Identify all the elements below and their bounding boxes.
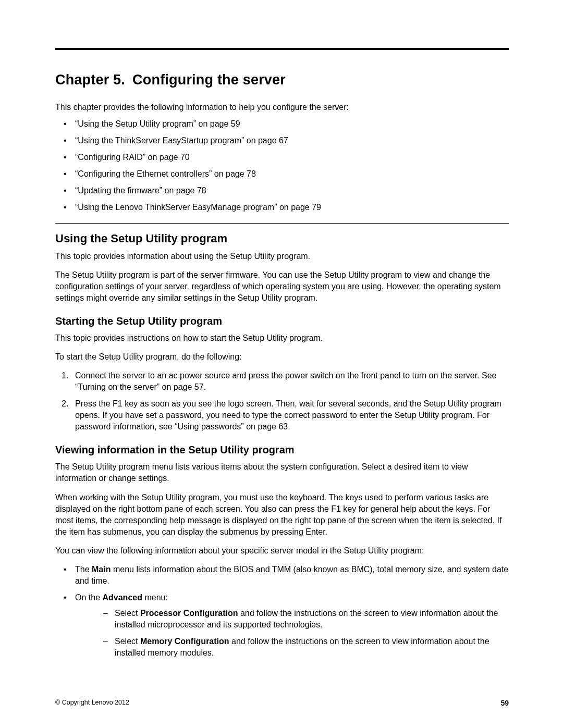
bold-advanced: Advanced [102,593,142,602]
subsection-heading-starting: Starting the Setup Utility program [55,315,509,327]
text: Select [115,609,140,618]
text: The [75,565,92,574]
paragraph: The Setup Utility program is part of the… [55,269,509,304]
toc-item: “Configuring RAID” on page 70 [55,152,509,163]
nested-list: Select Processor Configuration and follo… [95,608,509,659]
list-item: Select Processor Configuration and follo… [95,608,509,631]
paragraph: To start the Setup Utility program, do t… [55,351,509,363]
page-footer: © Copyright Lenovo 2012 59 [55,699,509,707]
copyright-text: © Copyright Lenovo 2012 [55,699,129,707]
bold-processor-config: Processor Configuration [140,609,238,618]
toc-item: “Using the Setup Utility program” on pag… [55,118,509,130]
text: On the [75,593,102,602]
paragraph: This topic provides instructions on how … [55,332,509,344]
chapter-name: Configuring the server [132,72,286,88]
text: Select [115,637,140,646]
section-divider [55,223,509,224]
paragraph: The Setup Utility program menu lists var… [55,461,509,484]
toc-item: “Using the ThinkServer EasyStartup progr… [55,135,509,146]
chapter-title: Chapter 5.Configuring the server [55,72,509,88]
chapter-intro: This chapter provides the following info… [55,102,509,113]
toc-item: “Configuring the Ethernet controllers” o… [55,168,509,180]
bold-memory-config: Memory Configuration [140,637,229,646]
paragraph: This topic provides information about us… [55,251,509,262]
page-number: 59 [500,699,509,707]
bold-main: Main [92,565,111,574]
toc-item: “Updating the firmware” on page 78 [55,185,509,196]
paragraph: You can view the following information a… [55,545,509,557]
paragraph: When working with the Setup Utility prog… [55,492,509,538]
chapter-toc-list: “Using the Setup Utility program” on pag… [55,118,509,213]
nested-list-container: Select Processor Configuration and follo… [95,608,509,659]
chapter-label: Chapter 5. [55,72,125,88]
list-item: Select Memory Configuration and follow t… [95,636,509,659]
steps-list: Connect the server to an ac power source… [55,370,509,433]
section-heading-setup-utility: Using the Setup Utility program [55,232,509,245]
list-item: On the Advanced menu: Select Processor C… [55,592,509,659]
text: menu lists information about the BIOS an… [75,565,508,585]
step-item: Press the F1 key as soon as you see the … [55,398,509,433]
toc-item: “Using the Lenovo ThinkServer EasyManage… [55,202,509,213]
step-item: Connect the server to an ac power source… [55,370,509,393]
list-item: The Main menu lists information about th… [55,564,509,587]
top-horizontal-rule [55,48,509,50]
subsection-heading-viewing: Viewing information in the Setup Utility… [55,444,509,456]
info-bullet-list: The Main menu lists information about th… [55,564,509,659]
text: menu: [142,593,168,602]
document-page: Chapter 5.Configuring the server This ch… [0,0,563,728]
